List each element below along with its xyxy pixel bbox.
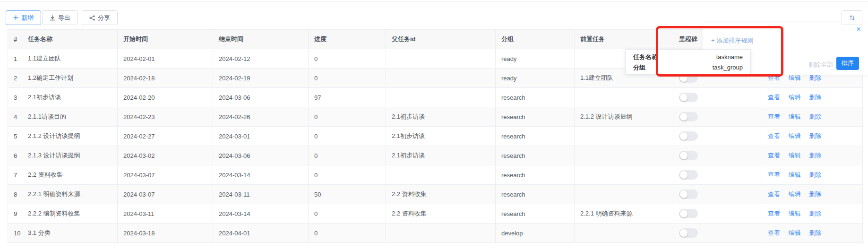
cell-start: 2024-03-02 xyxy=(118,146,213,165)
cell-pre-task: 2.2.1 明确资料来源 xyxy=(575,204,673,224)
cell-index: 8 xyxy=(8,185,22,204)
delete-link[interactable]: 删除 xyxy=(809,94,821,101)
milestone-toggle[interactable] xyxy=(679,73,698,83)
cell-actions: 查看 编辑 删除 xyxy=(762,127,863,146)
cell-parent-id xyxy=(386,69,496,88)
share-button[interactable]: 分享 xyxy=(82,10,118,25)
view-link[interactable]: 查看 xyxy=(768,152,780,159)
cell-start: 2024-03-11 xyxy=(118,204,213,224)
cell-end: 2024-02-12 xyxy=(213,49,309,69)
cell-start: 2024-02-20 xyxy=(118,88,213,107)
milestone-toggle[interactable] xyxy=(679,151,698,160)
edit-link[interactable]: 编辑 xyxy=(789,94,801,101)
cell-end: 2024-04-01 xyxy=(213,224,309,243)
table-row: 3 2.1初步访谈 2024-02-20 2024-03-06 97 resea… xyxy=(8,88,863,107)
table-row: 6 2.1.3 设计访谈提纲 2024-03-02 2024-03-06 0 2… xyxy=(8,146,863,165)
edit-link[interactable]: 编辑 xyxy=(789,210,801,217)
cell-pre-task xyxy=(575,224,673,243)
cell-end: 2024-03-01 xyxy=(213,127,309,146)
top-divider xyxy=(0,1,868,2)
cell-parent-id: 2.1初步访谈 xyxy=(386,146,496,165)
table-row: 10 3.1 分类 2024-03-18 2024-04-01 0 develo… xyxy=(8,224,863,243)
view-link[interactable]: 查看 xyxy=(768,74,780,81)
delete-link[interactable]: 删除 xyxy=(809,74,821,81)
edit-link[interactable]: 编辑 xyxy=(789,132,801,139)
sort-button[interactable]: 排序 xyxy=(836,57,859,70)
milestone-toggle[interactable] xyxy=(679,190,698,199)
cell-end: 2024-03-06 xyxy=(213,88,309,107)
edit-link[interactable]: 编辑 xyxy=(789,190,801,198)
cell-progress: 0 xyxy=(309,69,386,88)
delete-link[interactable]: 删除 xyxy=(809,113,821,120)
edit-link[interactable]: 编辑 xyxy=(789,171,801,178)
cell-start: 2024-02-18 xyxy=(118,69,213,88)
view-link[interactable]: 查看 xyxy=(768,171,780,178)
delete-all-button[interactable]: 删除全部 xyxy=(808,60,833,69)
delete-link[interactable]: 删除 xyxy=(809,152,821,159)
toolbar-sort-button[interactable] xyxy=(842,10,862,25)
cell-end: 2024-03-14 xyxy=(213,204,309,224)
cell-task-name: 3.1 分类 xyxy=(22,224,118,243)
col-header-start: 开始时间 xyxy=(118,30,213,49)
cell-pre-task xyxy=(575,185,673,204)
cell-pre-task xyxy=(575,165,673,185)
edit-link[interactable]: 编辑 xyxy=(789,229,801,236)
edit-link[interactable]: 编辑 xyxy=(789,74,801,81)
cell-progress: 97 xyxy=(309,88,386,107)
cell-actions: 查看 编辑 删除 xyxy=(762,146,863,165)
cell-milestone xyxy=(673,146,762,165)
cell-task-name: 2.1.2 设计访谈提纲 xyxy=(22,127,118,146)
edit-link[interactable]: 编辑 xyxy=(789,152,801,159)
col-header-pre-task: 前置任务 xyxy=(575,30,673,49)
download-icon xyxy=(50,15,55,21)
cell-group: develop xyxy=(496,224,575,243)
milestone-toggle[interactable] xyxy=(679,93,698,102)
edit-link[interactable]: 编辑 xyxy=(789,113,801,120)
cell-index: 2 xyxy=(8,69,22,88)
cell-pre-task xyxy=(575,146,673,165)
cell-progress: 0 xyxy=(309,127,386,146)
add-button[interactable]: 新增 xyxy=(6,10,41,25)
sort-rule-item[interactable]: 分组 task_group xyxy=(626,62,750,73)
milestone-toggle[interactable] xyxy=(679,228,698,238)
cell-actions: 查看 编辑 删除 xyxy=(762,204,863,224)
view-link[interactable]: 查看 xyxy=(768,229,780,236)
milestone-toggle[interactable] xyxy=(679,131,698,141)
cell-pre-task xyxy=(575,127,673,146)
delete-link[interactable]: 删除 xyxy=(809,190,821,198)
view-link[interactable]: 查看 xyxy=(768,94,780,101)
cell-progress: 0 xyxy=(309,165,386,185)
cell-parent-id xyxy=(386,88,496,107)
milestone-toggle[interactable] xyxy=(679,209,698,218)
sort-rule-item[interactable]: 任务名称 taskname xyxy=(626,52,750,62)
close-icon[interactable]: × xyxy=(856,25,861,33)
col-header-progress: 进度 xyxy=(309,30,386,49)
cell-group: research xyxy=(496,146,575,165)
col-header-task-name: 任务名称 xyxy=(22,30,118,49)
export-button[interactable]: 导出 xyxy=(42,10,78,25)
view-link[interactable]: 查看 xyxy=(768,210,780,217)
milestone-toggle[interactable] xyxy=(679,112,698,121)
col-header-end: 结束时间 xyxy=(213,30,309,49)
milestone-toggle[interactable] xyxy=(679,170,698,180)
delete-link[interactable]: 删除 xyxy=(809,210,821,217)
cell-task-name: 2.1.3 设计访谈提纲 xyxy=(22,146,118,165)
cell-actions: 查看 编辑 删除 xyxy=(762,165,863,185)
cell-group: ready xyxy=(496,49,575,69)
view-link[interactable]: 查看 xyxy=(768,190,780,198)
sort-rules-dropdown: 任务名称 taskname 分组 task_group xyxy=(625,49,751,75)
add-sort-rule-link[interactable]: + 添加排序规则 xyxy=(711,36,753,45)
cell-actions: 查看 编辑 删除 xyxy=(762,185,863,204)
cell-end: 2024-02-26 xyxy=(213,107,309,127)
cell-group: ready xyxy=(496,69,575,88)
delete-link[interactable]: 删除 xyxy=(809,229,821,236)
view-link[interactable]: 查看 xyxy=(768,132,780,139)
delete-link[interactable]: 删除 xyxy=(809,171,821,178)
view-link[interactable]: 查看 xyxy=(768,113,780,120)
table-row: 4 2.1.1访谈目的 2024-02-23 2024-02-26 0 2.1初… xyxy=(8,107,863,127)
delete-link[interactable]: 删除 xyxy=(809,132,821,139)
cell-task-name: 2.2.1 明确资料来源 xyxy=(22,185,118,204)
cell-index: 6 xyxy=(8,146,22,165)
cell-progress: 0 xyxy=(309,146,386,165)
cell-end: 2024-02-19 xyxy=(213,69,309,88)
